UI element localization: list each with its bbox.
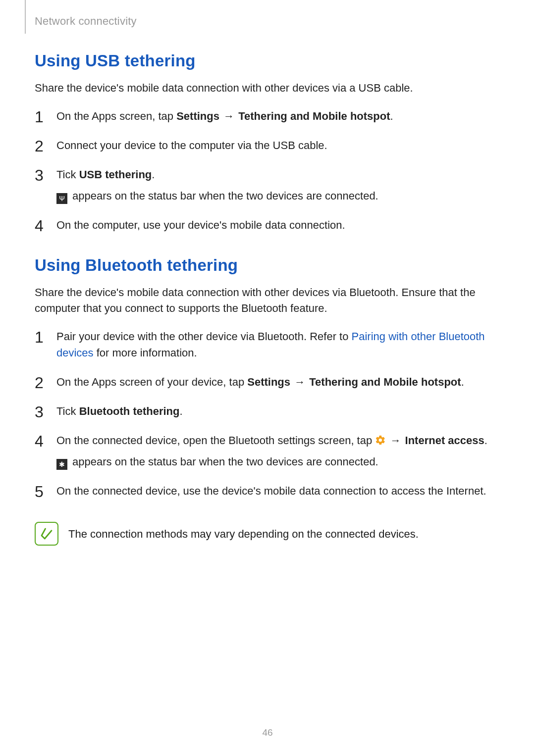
label-internet-access: Internet access xyxy=(405,434,484,447)
text: . xyxy=(152,168,155,181)
text: . xyxy=(180,405,183,417)
note-text: The connection methods may vary dependin… xyxy=(68,522,419,542)
text: Tick xyxy=(56,168,79,181)
step-bt-2: On the Apps screen of your device, tap S… xyxy=(35,374,500,390)
heading-usb-tethering: Using USB tethering xyxy=(35,51,500,70)
substep: Ψ appears on the status bar when the two… xyxy=(56,188,500,204)
note-block: The connection methods may vary dependin… xyxy=(35,522,500,546)
intro-usb: Share the device's mobile data connectio… xyxy=(35,80,500,96)
arrow-icon: → xyxy=(290,376,309,388)
step-usb-3: Tick USB tethering. Ψ appears on the sta… xyxy=(35,166,500,204)
step-usb-4: On the computer, use your device's mobil… xyxy=(35,217,500,233)
steps-usb: On the Apps screen, tap Settings → Tethe… xyxy=(35,108,500,233)
text: Tick xyxy=(56,405,79,417)
text: . xyxy=(461,376,464,388)
substep: ✱ appears on the status bar when the two… xyxy=(56,454,500,470)
page-number: 46 xyxy=(0,727,535,738)
step-bt-3: Tick Bluetooth tethering. xyxy=(35,403,500,419)
label-bluetooth-tethering: Bluetooth tethering xyxy=(79,405,180,417)
label-settings: Settings xyxy=(176,110,219,122)
heading-bluetooth-tethering: Using Bluetooth tethering xyxy=(35,256,500,275)
text: appears on the status bar when the two d… xyxy=(69,455,378,468)
intro-bt: Share the device's mobile data connectio… xyxy=(35,285,500,316)
breadcrumb: Network connectivity xyxy=(35,15,500,28)
text: On the Apps screen, tap xyxy=(56,110,176,122)
bluetooth-status-icon: ✱ xyxy=(56,459,67,470)
text: Pair your device with the other device v… xyxy=(56,330,352,343)
step-bt-4: On the connected device, open the Blueto… xyxy=(35,432,500,470)
gear-icon xyxy=(375,435,386,446)
label-tethering-hotspot: Tethering and Mobile hotspot xyxy=(309,376,461,388)
usb-status-icon: Ψ xyxy=(56,193,67,204)
note-icon xyxy=(35,522,58,546)
text: On the connected device, open the Blueto… xyxy=(56,434,375,447)
step-bt-1: Pair your device with the other device v… xyxy=(35,328,500,361)
text: appears on the status bar when the two d… xyxy=(69,190,378,202)
step-usb-2: Connect your device to the computer via … xyxy=(35,137,500,153)
step-bt-5: On the connected device, use the device'… xyxy=(35,483,500,499)
step-usb-1: On the Apps screen, tap Settings → Tethe… xyxy=(35,108,500,124)
text: On the Apps screen of your device, tap xyxy=(56,376,247,388)
arrow-icon: → xyxy=(219,110,238,122)
label-tethering-hotspot: Tethering and Mobile hotspot xyxy=(238,110,390,122)
arrow-icon: → xyxy=(386,434,405,447)
page-content: Network connectivity Using USB tethering… xyxy=(0,0,535,546)
text: for more information. xyxy=(94,347,197,359)
label-settings: Settings xyxy=(247,376,290,388)
steps-bt: Pair your device with the other device v… xyxy=(35,328,500,499)
margin-rule xyxy=(25,0,26,34)
text: . xyxy=(484,434,487,447)
text: . xyxy=(390,110,393,122)
label-usb-tethering: USB tethering xyxy=(79,168,152,181)
